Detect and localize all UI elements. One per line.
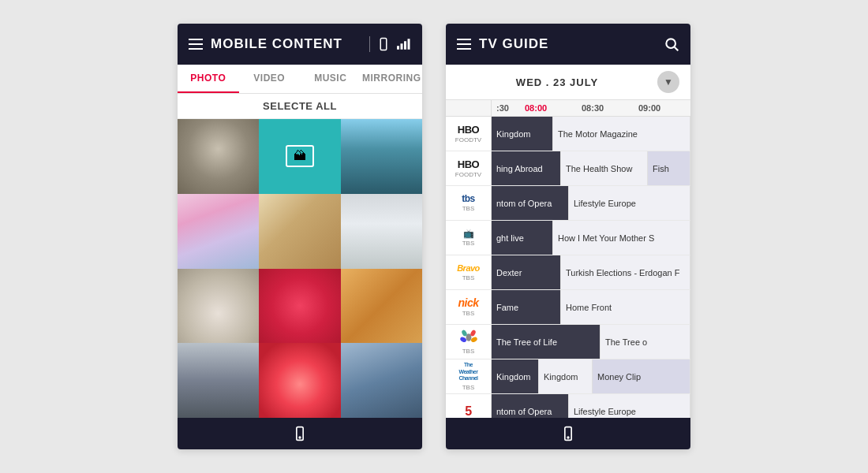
program-fish[interactable]: Fish: [648, 151, 690, 185]
program-kingdom-1[interactable]: Kingdom: [492, 117, 553, 151]
hbo-logo-2: HBO: [458, 159, 479, 169]
mobile-footer-phone-icon: [292, 426, 308, 441]
tvone-logo: 📺: [463, 229, 474, 238]
tab-video[interactable]: VIDEO: [239, 65, 301, 93]
program-tree-of-life-2[interactable]: The Tree o: [600, 325, 690, 359]
mobile-footer: [178, 418, 422, 449]
tv-guide-panel: TV GUIDE WED . 23 JULY ▼ :30 08:00 08:30…: [446, 24, 690, 449]
hbo-sub-2: FOODTV: [455, 171, 481, 178]
mobile-content-title: MOBILE CONTENT: [211, 36, 361, 52]
tv-row-hbo2: HBO FOODTV hing Abroad The Health Show F…: [446, 151, 690, 186]
tv-channel-hbo1: HBO FOODTV: [446, 117, 492, 151]
program-kingdom-weather-1[interactable]: Kingdom: [492, 359, 539, 393]
tv-row-hbo1: HBO FOODTV Kingdom The Motor Magazine: [446, 117, 690, 151]
program-home-front[interactable]: Home Front: [561, 290, 690, 324]
photo-cell-10[interactable]: [178, 343, 259, 418]
mobile-content-panel: MOBILE CONTENT PHOTO VIDEO MUSIC MIRRORI…: [178, 24, 422, 449]
photo-cell-6[interactable]: [341, 194, 422, 269]
tv-channel-hbo2: HBO FOODTV: [446, 151, 492, 185]
tab-mirroring[interactable]: MIRRORING: [361, 65, 423, 93]
program-health-show[interactable]: The Health Show: [561, 151, 648, 185]
tv-channel-bravo: Bravo TBS: [446, 255, 492, 289]
svg-rect-3: [401, 43, 403, 50]
photo-grid: [178, 119, 422, 418]
nick-logo: nick: [458, 297, 478, 308]
search-icon[interactable]: [664, 36, 679, 52]
svg-line-9: [675, 47, 679, 51]
tv-programs-nick: Fame Home Front: [492, 290, 690, 324]
tv-channel-tvone: 📺 TBS: [446, 221, 492, 255]
program-phantom-opera-2[interactable]: ntom of Opera: [492, 394, 569, 418]
svg-point-16: [567, 437, 569, 438]
program-money-clip[interactable]: Money Clip: [593, 359, 690, 393]
tv-row-tbs1: tbs TBS ntom of Opera Lifestyle Europe: [446, 186, 690, 221]
mobile-header: MOBILE CONTENT: [178, 24, 422, 65]
program-dexter[interactable]: Dexter: [492, 255, 561, 289]
tv-footer: [446, 418, 690, 449]
tv-schedule: HBO FOODTV Kingdom The Motor Magazine HB…: [446, 117, 690, 418]
tv-programs-weather: Kingdom Kingdom Money Clip: [492, 359, 690, 393]
svg-point-7: [299, 437, 301, 438]
tv-row-nbc: TBS The Tree of Life The Tree o: [446, 325, 690, 359]
select-all-bar[interactable]: SELECTE ALL: [178, 94, 422, 119]
bravo-logo: Bravo: [457, 264, 480, 273]
weather-sub: TBS: [462, 384, 475, 391]
tv-programs-tvone: ght live How I Met Your Mother S: [492, 221, 690, 255]
photo-cell-9[interactable]: [341, 269, 422, 344]
tv-date-next-button[interactable]: ▼: [657, 71, 679, 93]
tv-row-nick: nick TBS Fame Home Front: [446, 290, 690, 325]
ch5-logo: 5: [465, 405, 471, 418]
program-night-live[interactable]: ght live: [492, 221, 553, 255]
svg-rect-5: [408, 39, 410, 50]
tv-row-tvone: 📺 TBS ght live How I Met Your Mother S: [446, 221, 690, 255]
photo-cell-3[interactable]: [341, 119, 422, 194]
photo-cell-7[interactable]: [178, 269, 259, 344]
tv-programs-nbc: The Tree of Life The Tree o: [492, 325, 690, 359]
program-kingdom-weather-2[interactable]: Kingdom: [539, 359, 593, 393]
tv-channel-weather: TheWeatherChannel TBS: [446, 359, 492, 393]
tv-programs-ch5: ntom of Opera Lifestyle Europe: [492, 394, 690, 418]
photo-cell-8[interactable]: [259, 269, 340, 344]
program-lifestyle-europe-1[interactable]: Lifestyle Europe: [569, 186, 690, 220]
tbs-sub-1: TBS: [462, 205, 475, 212]
photo-cell-12[interactable]: [341, 343, 422, 418]
hamburger-icon[interactable]: [189, 39, 203, 50]
svg-rect-4: [404, 41, 406, 50]
tv-guide-title: TV GUIDE: [479, 36, 656, 52]
photo-cell-2[interactable]: [259, 119, 340, 194]
tv-channel-header: [446, 100, 492, 116]
photo-cell-5[interactable]: [259, 194, 340, 269]
tv-row-weather: TheWeatherChannel TBS Kingdom Kingdom Mo…: [446, 359, 690, 394]
tv-time-bar: :30 08:00 08:30 09:00: [446, 100, 690, 117]
program-tree-of-life[interactable]: The Tree of Life: [492, 325, 600, 359]
selected-photo-icon: [286, 145, 314, 167]
tab-music[interactable]: MUSIC: [300, 65, 361, 93]
nbc-sub: TBS: [462, 348, 475, 355]
program-phantom-opera-1[interactable]: ntom of Opera: [492, 186, 569, 220]
mobile-header-icons: [369, 36, 411, 52]
program-fame[interactable]: Fame: [492, 290, 561, 324]
program-motor-magazine[interactable]: The Motor Magazine: [553, 117, 690, 151]
photo-cell-4[interactable]: [178, 194, 259, 269]
tv-time-30: :30: [492, 100, 520, 116]
program-turkish-elections[interactable]: Turkish Elections - Erdogan F: [561, 255, 690, 289]
tv-channel-tbs1: tbs TBS: [446, 186, 492, 220]
photo-cell-1[interactable]: [178, 119, 259, 194]
svg-rect-2: [397, 46, 399, 50]
svg-rect-0: [380, 39, 387, 50]
program-lifestyle-europe-2[interactable]: Lifestyle Europe: [569, 394, 690, 418]
nbc-peacock-icon: [458, 329, 480, 346]
header-divider: [369, 36, 370, 52]
bravo-sub: TBS: [462, 274, 475, 281]
tv-time-0830: 08:30: [577, 100, 634, 116]
tab-photo[interactable]: PHOTO: [178, 65, 239, 93]
photo-cell-11[interactable]: [259, 343, 340, 418]
tv-hamburger-icon[interactable]: [457, 39, 471, 50]
tv-date: WED . 23 JULY: [457, 76, 657, 88]
tbs-logo-1: tbs: [462, 194, 475, 203]
weather-logo: TheWeatherChannel: [458, 362, 477, 382]
tv-date-bar: WED . 23 JULY ▼: [446, 65, 690, 100]
program-filming-abroad[interactable]: hing Abroad: [492, 151, 561, 185]
program-how-met-mother[interactable]: How I Met Your Mother S: [553, 221, 690, 255]
tv-programs-hbo2: hing Abroad The Health Show Fish: [492, 151, 690, 185]
